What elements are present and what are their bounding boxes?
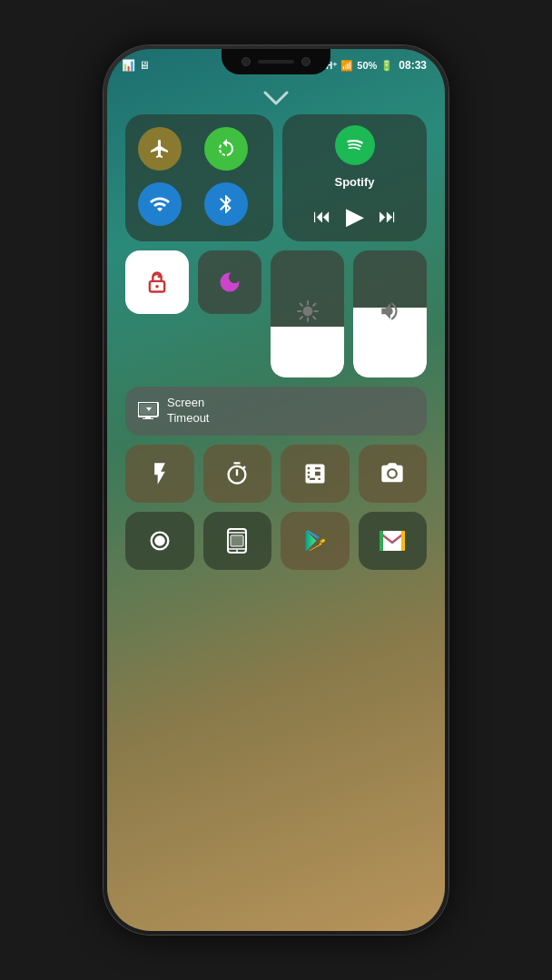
gmail-button[interactable]	[359, 512, 428, 570]
status-left-icons: 📊 🖥	[122, 59, 150, 72]
brightness-fill	[271, 327, 344, 377]
svg-point-17	[389, 470, 396, 476]
svg-line-10	[313, 304, 315, 306]
screen-cast-icon: 🖥	[139, 59, 150, 72]
media-player: Spotify ⏮ ▶ ⏭	[282, 114, 427, 241]
screen-record-button[interactable]	[125, 512, 194, 570]
play-button[interactable]: ▶	[346, 202, 364, 230]
wifi-button[interactable]	[138, 182, 182, 226]
svg-line-8	[300, 304, 301, 306]
svg-rect-27	[401, 531, 405, 551]
svg-rect-14	[145, 416, 151, 418]
volume-slider[interactable]	[353, 250, 427, 377]
svg-rect-15	[143, 418, 153, 419]
battery-percent: 50%	[357, 60, 377, 71]
timer-button[interactable]	[203, 445, 272, 503]
collapse-chevron[interactable]	[107, 78, 445, 114]
second-row	[125, 250, 427, 377]
flashlight-button[interactable]	[125, 445, 194, 503]
top-section: Spotify ⏮ ▶ ⏭	[125, 114, 427, 241]
screen-timeout-icon	[138, 402, 160, 420]
prev-button[interactable]: ⏮	[313, 206, 331, 227]
svg-point-19	[154, 535, 165, 546]
svg-rect-25	[380, 531, 405, 551]
play-store-button[interactable]	[281, 512, 350, 570]
svg-rect-23	[231, 535, 243, 546]
calculator-button[interactable]	[281, 445, 350, 503]
airplane-mode-button[interactable]	[138, 127, 182, 171]
notch	[222, 49, 330, 74]
spotify-label: Spotify	[334, 175, 374, 189]
front-camera-2	[301, 57, 310, 66]
svg-line-11	[300, 317, 301, 318]
svg-rect-26	[380, 531, 383, 551]
battery-icon: 🔋	[380, 60, 393, 72]
screen-timeout-row: Screen Timeout	[125, 387, 427, 436]
rotation-lock-toggle[interactable]	[125, 250, 189, 314]
control-center: Spotify ⏮ ▶ ⏭	[107, 114, 445, 584]
front-camera	[242, 57, 251, 66]
mobile-view-button[interactable]	[203, 512, 272, 570]
brightness-icon	[296, 299, 320, 328]
media-controls: ⏮ ▶ ⏭	[313, 202, 397, 230]
svg-point-24	[236, 550, 238, 552]
signal-icon: 📶	[340, 60, 353, 72]
clock: 08:33	[399, 59, 427, 72]
activity-icon: 📊	[122, 59, 135, 72]
screen-timeout-button[interactable]: Screen Timeout	[125, 387, 427, 436]
svg-point-2	[155, 285, 159, 289]
camera-button[interactable]	[359, 445, 428, 503]
screen-timeout-label: Screen Timeout	[167, 396, 209, 426]
bluetooth-button[interactable]	[204, 182, 248, 226]
svg-marker-12	[381, 303, 390, 318]
spotify-logo	[335, 125, 375, 165]
svg-point-3	[302, 307, 312, 317]
app-row-2	[125, 512, 427, 570]
phone-frame: 📊 🖥 🔕 H⁺ 📶 50% 🔋 08:33	[104, 45, 448, 935]
quick-toggles	[125, 114, 273, 241]
next-button[interactable]: ⏭	[379, 206, 397, 227]
svg-line-9	[313, 317, 315, 318]
earpiece	[258, 60, 294, 64]
app-row-1	[125, 445, 427, 503]
do-not-disturb-button[interactable]	[198, 250, 261, 314]
brightness-slider[interactable]	[271, 250, 344, 377]
rotation-lock-button[interactable]	[204, 127, 248, 171]
volume-icon	[379, 299, 402, 328]
phone-screen: 📊 🖥 🔕 H⁺ 📶 50% 🔋 08:33	[107, 49, 445, 931]
